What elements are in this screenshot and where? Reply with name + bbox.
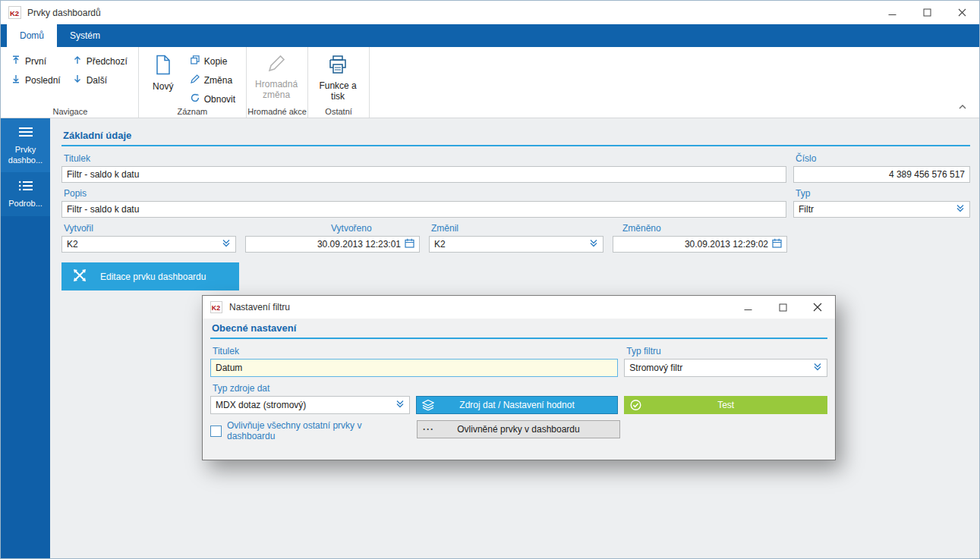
vytvoreno-datefield[interactable]: 30.09.2013 12:23:01 [245,236,420,253]
menu-icon [18,127,33,140]
document-icon [155,55,172,78]
pencil-disabled-icon [267,55,285,76]
chevron-down-icon [956,204,965,215]
ribbon: První Poslední Předchozí Další Navigace [1,47,979,118]
titulek-input[interactable] [61,166,786,183]
first-record-button[interactable]: První [8,54,64,68]
affects-all-label[interactable]: Ovlivňuje všechny ostatní prvky v dashbo… [227,420,411,441]
calendar-icon [772,238,782,250]
sidebar-item-prvky-dashboardu[interactable]: Prvky dashbo... [1,118,50,172]
edit-button[interactable]: Změna [187,73,238,87]
zmenil-dropdown[interactable]: K2 [429,236,603,253]
dialog-titlebar: K2 Nastavení filtru [203,296,835,319]
tab-domu[interactable]: Domů [7,24,57,47]
pencil-icon [191,74,200,86]
k2-logo-icon: K2 [8,6,21,20]
last-record-button[interactable]: Poslední [8,73,64,87]
chevron-down-icon [222,239,231,250]
test-button[interactable]: Test [624,396,827,414]
ellipsis-icon: ··· [423,424,434,435]
check-circle-icon [630,400,641,411]
arrow-up-icon [73,55,82,67]
dialog-minimize-button[interactable] [730,296,765,319]
ribbon-group-zaznam: Nový Kopie Změna Obnovit Záznam [139,47,247,118]
minimize-button[interactable] [874,1,909,24]
copy-button[interactable]: Kopie [187,54,238,68]
edit-dashboard-element-button[interactable]: Editace prvku dashboardu [61,262,239,290]
svg-text:K2: K2 [10,9,19,17]
ribbon-group-navigace: První Poslední Předchozí Další Navigace [2,47,139,118]
vytvoreno-label: Vytvořeno [247,223,420,234]
popis-input[interactable] [61,201,786,218]
section-title: Základní údaje [63,130,970,141]
sidebar-item-podrobnosti[interactable]: Podrob... [1,172,50,216]
dialog-title: Nastavení filtru [229,302,290,312]
close-button[interactable] [944,1,979,24]
next-record-button[interactable]: Další [70,73,131,87]
dialog-section-rule [210,338,827,339]
cislo-input[interactable] [793,166,970,183]
dialog-section-title: Obecné nastavení [212,322,827,334]
typ-zdroje-label: Typ zdroje dat [213,383,410,394]
new-record-button[interactable]: Nový [145,52,181,93]
zmenil-label: Změnil [431,223,603,234]
zmeneno-datefield[interactable]: 30.09.2013 12:29:02 [613,236,787,253]
titulek-label: Titulek [64,153,786,164]
layers-icon [422,400,434,411]
arrow-down-to-bar-icon [11,74,20,86]
typ-label: Typ [796,188,970,199]
copy-icon [191,55,200,67]
chevron-down-icon [395,400,405,410]
dialog-titulek-input[interactable] [210,359,618,377]
tab-system[interactable]: Systém [57,24,113,47]
titlebar: K2 Prvky dashboardů [1,1,979,24]
data-source-values-button[interactable]: Zdroj dat / Nastavení hodnot [416,396,619,414]
app-window: K2 Prvky dashboardů Domů Systém První [0,0,980,559]
typ-filtru-label: Typ filtru [626,346,827,356]
section-rule [61,145,970,146]
dialog-titulek-label: Titulek [213,346,618,356]
dialog-close-button[interactable] [800,296,835,319]
group-label-ostatni: Ostatní [308,107,369,116]
zmeneno-label: Změněno [615,223,787,234]
maximize-button[interactable] [909,1,944,24]
filter-settings-dialog: K2 Nastavení filtru Obecné nastavení [202,295,836,460]
affected-elements-button[interactable]: ··· Ovlivněné prvky v dashboardu [417,420,620,438]
sidebar-item-label: Prvky dashbo... [2,145,49,166]
group-label-navigace: Navigace [2,107,138,116]
k2-logo-icon: K2 [210,300,223,314]
previous-record-button[interactable]: Předchozí [70,54,131,68]
group-label-zaznam: Záznam [139,107,246,116]
sidebar: Prvky dashbo... Podrob... [1,118,50,558]
typ-zdroje-dropdown[interactable]: MDX dotaz (stromový) [210,396,410,414]
window-controls [874,1,979,24]
window-title: Prvky dashboardů [27,8,101,18]
typ-filtru-dropdown[interactable]: Stromový filtr [624,359,827,377]
chevron-down-icon [813,363,822,373]
group-label-hromadne-akce: Hromadné akce [247,107,307,116]
arrow-down-icon [73,74,82,86]
ribbon-tabstrip: Domů Systém [1,24,979,47]
functions-print-button[interactable]: Funkce a tisk [314,52,361,102]
vytvoril-label: Vytvořil [64,223,236,234]
svg-text:K2: K2 [212,304,220,312]
arrow-up-to-bar-icon [11,55,20,67]
ribbon-collapse-chevron[interactable] [955,100,970,114]
dialog-body: Obecné nastavení Titulek Typ filtru Stro… [203,319,835,460]
list-icon [18,181,33,194]
typ-dropdown[interactable]: Filtr [793,201,970,218]
ribbon-group-ostatni: Funkce a tisk Ostatní [308,47,370,118]
crossed-arrows-icon [71,267,88,286]
printer-icon [328,55,348,77]
calendar-icon [405,238,414,250]
affects-all-checkbox[interactable] [210,426,222,437]
chevron-down-icon [589,239,598,250]
vytvoril-dropdown[interactable]: K2 [61,236,236,253]
popis-label: Popis [64,188,786,199]
bulk-change-button: Hromadná změna [253,52,300,100]
refresh-icon [191,93,200,105]
sidebar-item-label: Podrob... [8,199,43,209]
dialog-maximize-button[interactable] [765,296,800,319]
refresh-button[interactable]: Obnovit [187,92,238,106]
cislo-label: Číslo [796,153,970,164]
